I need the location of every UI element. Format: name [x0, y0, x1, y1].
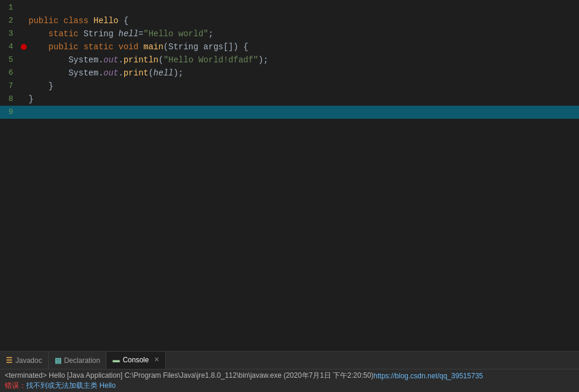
token: hell: [118, 29, 139, 39]
tab-console-label: Console: [122, 356, 149, 364]
token: args: [203, 42, 224, 52]
line-number: 1: [0, 1, 19, 14]
code-line: 8}: [0, 93, 579, 106]
token: class: [64, 16, 93, 26]
token: );: [174, 68, 184, 78]
token: static: [49, 29, 84, 39]
token: (: [158, 55, 163, 65]
token: "Hello World!dfadf": [163, 55, 259, 65]
line-content: }: [29, 80, 579, 93]
code-line: 9: [0, 106, 579, 119]
line-content: }: [29, 93, 579, 106]
token: .: [118, 68, 123, 78]
token: =: [139, 29, 143, 39]
line-content: System.out.print(hell);: [29, 67, 579, 80]
console-close-icon[interactable]: ✕: [154, 356, 159, 363]
code-lines: 1 2public class Hello {3 static String h…: [0, 0, 579, 119]
line-content: public class Hello {: [29, 14, 579, 27]
console-icon: ▬: [112, 356, 119, 364]
code-line: 3 static String hell="Hello world";: [0, 27, 579, 40]
line-number: 5: [0, 53, 19, 67]
token: .: [118, 55, 123, 65]
line-gutter: [19, 44, 29, 50]
token: ) {: [234, 42, 248, 52]
token: print: [124, 68, 149, 78]
code-line: 5 System.out.println("Hello World!dfadf"…: [0, 53, 579, 67]
token: public: [49, 42, 84, 52]
code-line: 4 public static void main(String args[])…: [0, 40, 579, 53]
d-icon: ▤: [55, 356, 61, 365]
token: Hello: [93, 16, 118, 26]
line-number: 3: [0, 27, 19, 40]
line-number: 9: [0, 106, 19, 119]
token: String: [168, 42, 203, 52]
tab-declaration-label: Declaration: [64, 356, 100, 365]
token: public: [29, 16, 64, 26]
token: String: [83, 29, 118, 39]
status-bar: <terminated> Hello [Java Application] C:…: [0, 369, 579, 392]
status-line-2: 错误： 找不到或无法加载主类 Hello: [5, 381, 574, 391]
token: (: [149, 68, 153, 78]
token: {: [118, 16, 128, 26]
token: hell: [153, 68, 174, 78]
line-content: System.out.println("Hello World!dfadf");: [29, 53, 579, 67]
line-content: public static void main(String args[]) {: [29, 40, 579, 53]
line-content: [29, 106, 579, 119]
code-line: 7 }: [0, 80, 579, 93]
token: [29, 29, 49, 39]
line-number: 8: [0, 93, 19, 106]
token: (: [163, 42, 168, 52]
tab-declaration[interactable]: ▤ Declaration: [49, 352, 107, 369]
token: }: [29, 94, 33, 104]
code-line: 2public class Hello {: [0, 14, 579, 27]
tab-console[interactable]: ▬ Console ✕: [106, 352, 166, 369]
token: "Hello world": [143, 29, 208, 39]
line-number: 2: [0, 14, 19, 27]
line-content: static String hell="Hello world";: [29, 27, 579, 40]
code-line: 1: [0, 1, 579, 14]
token: System: [68, 68, 98, 78]
tab-javadoc[interactable]: ☰ Javadoc: [0, 352, 49, 369]
j-icon: ☰: [6, 356, 12, 365]
token: main: [143, 42, 163, 52]
terminated-text: <terminated> Hello [Java Application] C:…: [5, 371, 373, 381]
token: [29, 55, 68, 65]
tab-javadoc-label: Javadoc: [15, 356, 42, 365]
token: }: [29, 81, 54, 91]
status-url: https://blog.csdn.net/qq_39515735: [373, 372, 483, 380]
bottom-tabs-bar: ☰ Javadoc ▤ Declaration ▬ Console ✕: [0, 351, 579, 369]
token: [29, 42, 49, 52]
token: .: [99, 68, 103, 78]
line-number: 7: [0, 80, 19, 93]
token: [29, 68, 68, 78]
status-line-1: <terminated> Hello [Java Application] C:…: [5, 371, 574, 381]
code-editor: 1 2public class Hello {3 static String h…: [0, 0, 579, 351]
token: void: [118, 42, 143, 52]
code-line: 6 System.out.print(hell);: [0, 67, 579, 80]
token: println: [124, 55, 159, 65]
token: out: [103, 68, 118, 78]
token: );: [259, 55, 269, 65]
error-message: 找不到或无法加载主类 Hello: [26, 381, 116, 391]
line-number: 6: [0, 67, 19, 80]
token: static: [83, 42, 118, 52]
line-number: 4: [0, 40, 19, 53]
line-content: [29, 1, 579, 14]
token: System: [68, 55, 98, 65]
breakpoint-marker: [21, 44, 27, 50]
token: out: [103, 55, 118, 65]
token: .: [99, 55, 103, 65]
token: ;: [208, 29, 213, 39]
error-label: 错误：: [5, 381, 26, 391]
token: []: [224, 42, 234, 52]
